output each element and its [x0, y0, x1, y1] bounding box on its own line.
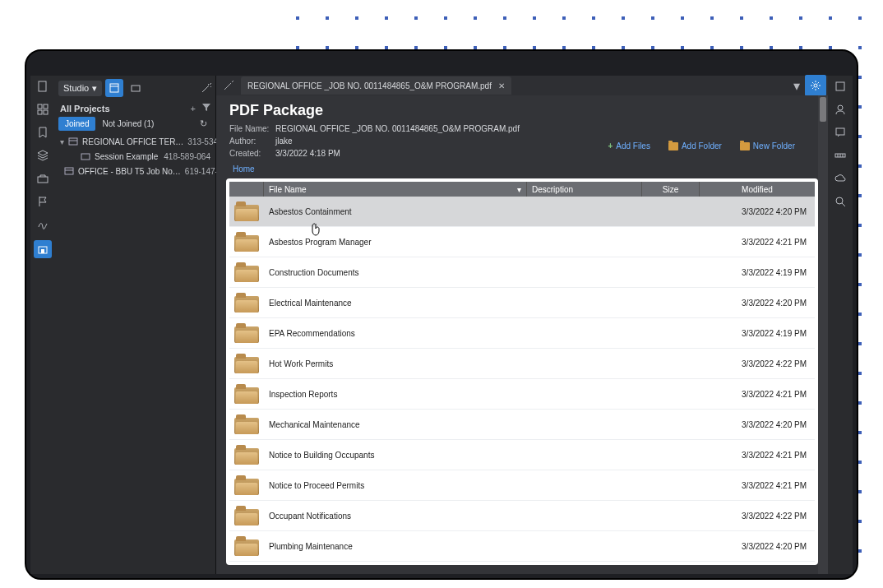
svg-rect-1: [38, 104, 42, 109]
table-row[interactable]: Notice to Building Occupants3/3/2022 4:2…: [229, 440, 815, 470]
grid-icon[interactable]: [35, 102, 50, 117]
row-filename: Mechanical Maintenance: [264, 420, 527, 429]
flag-icon[interactable]: [35, 194, 50, 209]
row-icon: [229, 293, 264, 313]
row-filename: Hot Work Permits: [264, 359, 527, 368]
meta-filename: REGIONAL OFFICE _JOB NO. 0011484865_O&M …: [275, 124, 815, 133]
col-size[interactable]: Size: [642, 182, 700, 197]
table-row[interactable]: Asbestos Program Manager3/3/2022 4:21 PM: [229, 227, 815, 257]
app-window: Studio▾ All Projects + Joined Not Joined…: [25, 49, 858, 580]
layers-icon[interactable]: [35, 148, 50, 163]
svg-point-16: [814, 84, 817, 87]
row-modified: 3/3/2022 4:20 PM: [700, 207, 815, 216]
toolbox-icon[interactable]: [35, 171, 50, 186]
meta-author-label: Author:: [229, 137, 275, 146]
table-row[interactable]: Notice to Proceed Permits3/3/2022 4:21 P…: [229, 470, 815, 501]
row-icon: [229, 475, 264, 495]
col-filename[interactable]: File Name▾: [264, 182, 527, 197]
tab-notjoined[interactable]: Not Joined (1): [95, 117, 160, 131]
table-row[interactable]: EPA Recommendations3/3/2022 4:19 PM: [229, 318, 815, 349]
breadcrumb-home[interactable]: Home: [233, 164, 255, 174]
row-filename: EPA Recommendations: [264, 329, 527, 338]
right-rail: [828, 76, 853, 574]
row-modified: 3/3/2022 4:21 PM: [700, 451, 815, 460]
svg-rect-7: [41, 249, 44, 253]
table-row[interactable]: Electrical Maintenance3/3/2022 4:20 PM: [229, 288, 815, 318]
view-mode-sessions[interactable]: [127, 79, 145, 97]
row-icon: [229, 536, 264, 556]
bookmark-icon[interactable]: [35, 125, 50, 140]
svg-rect-8: [110, 84, 118, 92]
row-modified: 3/3/2022 4:22 PM: [700, 512, 815, 521]
add-project-icon[interactable]: +: [191, 104, 196, 113]
tab-overflow-icon[interactable]: ▾: [788, 78, 805, 94]
search-icon[interactable]: [833, 194, 848, 209]
row-filename: Construction Documents: [264, 268, 527, 277]
svg-rect-4: [44, 110, 48, 114]
close-tab-icon[interactable]: ✕: [498, 81, 505, 90]
svg-point-25: [836, 197, 843, 204]
table-row[interactable]: Construction Documents3/3/2022 4:19 PM: [229, 257, 815, 288]
svg-rect-13: [81, 154, 90, 160]
properties-icon[interactable]: [833, 79, 848, 94]
measure-icon[interactable]: [833, 148, 848, 163]
svg-rect-10: [132, 86, 140, 91]
tree-item-icon: [68, 137, 78, 146]
studio-projects-icon[interactable]: [34, 240, 52, 258]
add-folder-link[interactable]: Add Folder: [668, 141, 722, 150]
row-filename: Asbestos Program Manager: [264, 238, 527, 247]
table-row[interactable]: Plumbing Maintenance3/3/2022 4:20 PM: [229, 531, 815, 562]
studio-dropdown[interactable]: Studio▾: [58, 81, 102, 96]
row-modified: 3/3/2022 4:19 PM: [700, 268, 815, 277]
project-tree: ▾REGIONAL OFFICE TER…313-534-225Session …: [55, 132, 215, 180]
row-modified: 3/3/2022 4:20 PM: [700, 542, 815, 551]
sidebar-title: All Projects: [60, 104, 110, 113]
tree-item[interactable]: OFFICE - BBU T5 Job No…619-147-376: [55, 164, 215, 178]
table-row[interactable]: Asbestos Containment3/3/2022 4:20 PM: [229, 197, 815, 227]
add-files-link[interactable]: +Add Files: [608, 141, 650, 150]
signature-icon[interactable]: [35, 217, 50, 232]
row-icon: [229, 262, 264, 282]
row-icon: [229, 354, 264, 373]
view-mode-projects[interactable]: [105, 79, 123, 97]
refresh-icon[interactable]: ↻: [200, 118, 212, 129]
table-row[interactable]: Inspection Reports3/3/2022 4:21 PM: [229, 379, 815, 410]
table-row[interactable]: Mechanical Maintenance3/3/2022 4:20 PM: [229, 410, 815, 440]
tree-item[interactable]: ▾REGIONAL OFFICE TER…313-534-225: [55, 134, 215, 149]
table-row[interactable]: Hot Work Permits3/3/2022 4:22 PM: [229, 349, 815, 379]
tab-joined[interactable]: Joined: [58, 117, 95, 131]
scrollbar[interactable]: [818, 95, 828, 574]
row-modified: 3/3/2022 4:20 PM: [700, 420, 815, 429]
row-modified: 3/3/2022 4:21 PM: [700, 481, 815, 490]
tree-item[interactable]: Session Example418-589-064: [55, 149, 215, 164]
tree-item-label: Session Example: [95, 152, 158, 161]
filter-icon[interactable]: [202, 104, 210, 113]
document-tab-label: REGIONAL OFFICE _JOB NO. 0011484865_O&M …: [247, 81, 492, 90]
sidebar: Studio▾ All Projects + Joined Not Joined…: [55, 76, 216, 574]
note-icon[interactable]: [833, 125, 848, 140]
file-icon[interactable]: [35, 79, 50, 94]
sort-icon: ▾: [517, 185, 521, 194]
svg-rect-11: [69, 138, 77, 145]
svg-rect-2: [44, 104, 48, 109]
col-description[interactable]: Description: [527, 182, 642, 197]
row-filename: Occupant Notifications: [264, 512, 527, 521]
svg-line-26: [842, 203, 845, 206]
new-folder-link[interactable]: New Folder: [740, 141, 795, 150]
left-rail: [30, 76, 55, 574]
svg-rect-18: [836, 82, 844, 90]
meta-filename-label: File Name:: [229, 124, 275, 133]
wand-icon-2[interactable]: [216, 80, 241, 91]
col-modified[interactable]: Modified: [700, 182, 815, 197]
wand-icon[interactable]: [201, 82, 212, 94]
tree-item-label: REGIONAL OFFICE TER…: [82, 137, 183, 146]
settings-gear-icon[interactable]: [805, 75, 826, 96]
row-filename: Notice to Building Occupants: [264, 451, 527, 460]
col-icon[interactable]: [229, 182, 264, 197]
table-row[interactable]: Occupant Notifications3/3/2022 4:22 PM: [229, 501, 815, 531]
cloud-icon[interactable]: [833, 171, 848, 186]
row-filename: Asbestos Containment: [264, 207, 527, 216]
row-icon: [229, 384, 264, 404]
document-tab[interactable]: REGIONAL OFFICE _JOB NO. 0011484865_O&M …: [241, 76, 511, 95]
user-icon[interactable]: [833, 102, 848, 117]
